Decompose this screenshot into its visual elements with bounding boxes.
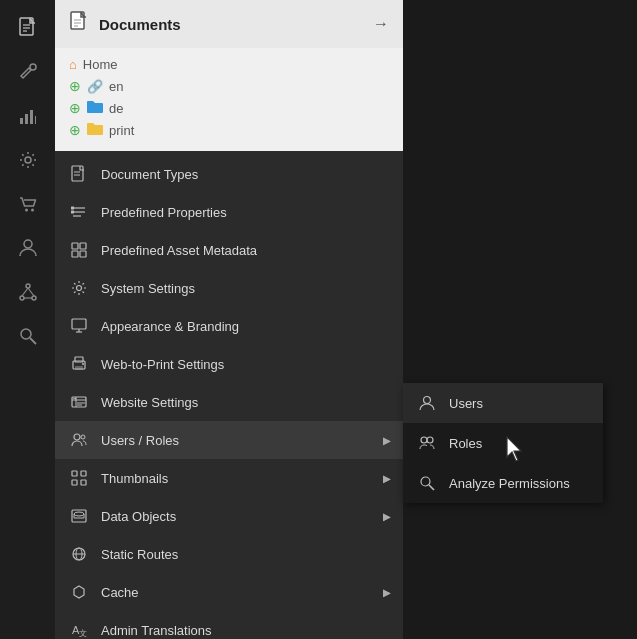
tree-label-print: print (109, 123, 134, 138)
sidebar (0, 0, 55, 639)
svg-rect-5 (20, 118, 23, 124)
sidebar-icon-tools[interactable] (8, 52, 48, 92)
submenu-analyze-permissions-icon (417, 473, 437, 493)
menu-item-admin-translations[interactable]: A 文 Admin Translations (55, 611, 403, 639)
thumbnails-icon (69, 468, 89, 488)
tree-label-en: en (109, 79, 123, 94)
tree-item-print[interactable]: ⊕ print (69, 119, 389, 141)
submenu-label-users: Users (449, 396, 483, 411)
svg-point-13 (26, 284, 30, 288)
svg-line-16 (22, 288, 28, 296)
submenu-item-roles[interactable]: Roles (403, 423, 603, 463)
menu-label-website-settings: Website Settings (101, 395, 198, 410)
svg-point-60 (74, 512, 84, 516)
svg-rect-34 (80, 243, 86, 249)
tree-item-home[interactable]: ⌂ Home (69, 54, 389, 75)
submenu-label-roles: Roles (449, 436, 482, 451)
menu-item-predefined-properties[interactable]: Predefined Properties (55, 193, 403, 231)
folder-icon-de (87, 100, 103, 116)
svg-point-53 (81, 435, 85, 439)
svg-rect-57 (81, 480, 86, 485)
menu-label-cache: Cache (101, 585, 139, 600)
link-icon-en: 🔗 (87, 79, 103, 94)
menu-item-website-settings[interactable]: Website Settings (55, 383, 403, 421)
svg-rect-54 (72, 471, 77, 476)
predefined-asset-metadata-icon (69, 240, 89, 260)
tree-item-de[interactable]: ⊕ de (69, 97, 389, 119)
svg-rect-6 (25, 114, 28, 124)
menu-item-thumbnails[interactable]: Thumbnails ▶ (55, 459, 403, 497)
svg-point-14 (20, 296, 24, 300)
svg-rect-55 (81, 471, 86, 476)
menu-label-web-to-print: Web-to-Print Settings (101, 357, 224, 372)
menu-label-system-settings: System Settings (101, 281, 195, 296)
submenu-item-users[interactable]: Users (403, 383, 603, 423)
submenu-roles-icon (417, 433, 437, 453)
submenu-arrow-cache: ▶ (383, 587, 391, 598)
users-roles-icon (69, 430, 89, 450)
sidebar-icon-documents[interactable] (8, 8, 48, 48)
docs-header-left: Documents (69, 11, 181, 38)
svg-point-9 (25, 157, 31, 163)
menu-label-data-objects: Data Objects (101, 509, 176, 524)
website-settings-icon (69, 392, 89, 412)
menu-item-document-types[interactable]: Document Types (55, 155, 403, 193)
docs-tree: ⌂ Home ⊕ 🔗 en ⊕ de ⊕ print (55, 48, 403, 151)
svg-rect-43 (75, 366, 83, 370)
sidebar-icon-analytics[interactable] (8, 96, 48, 136)
predefined-properties-icon (69, 202, 89, 222)
menu-item-data-objects[interactable]: Data Objects ▶ (55, 497, 403, 535)
submenu-arrow-users: ▶ (383, 435, 391, 446)
sidebar-icon-commerce[interactable] (8, 184, 48, 224)
appearance-branding-icon (69, 316, 89, 336)
svg-point-4 (30, 64, 36, 70)
menu-item-cache[interactable]: Cache ▶ (55, 573, 403, 611)
docs-arrow: → (373, 15, 389, 33)
svg-point-69 (424, 397, 431, 404)
svg-text:文: 文 (79, 629, 87, 638)
menu-label-predefined-asset-metadata: Predefined Asset Metadata (101, 243, 257, 258)
sidebar-icon-settings[interactable] (8, 140, 48, 180)
svg-point-37 (77, 286, 82, 291)
add-icon-print: ⊕ (69, 122, 81, 138)
menu-label-appearance-branding: Appearance & Branding (101, 319, 239, 334)
home-icon: ⌂ (69, 57, 77, 72)
svg-line-20 (30, 338, 36, 344)
main-menu: Documents → ⌂ Home ⊕ 🔗 en ⊕ de ⊕ (55, 0, 403, 639)
docs-header[interactable]: Documents → (55, 0, 403, 48)
svg-line-17 (28, 288, 34, 296)
menu-item-system-settings[interactable]: System Settings (55, 269, 403, 307)
svg-rect-32 (71, 211, 74, 214)
system-settings-icon (69, 278, 89, 298)
web-to-print-icon (69, 354, 89, 374)
svg-rect-35 (72, 251, 78, 257)
svg-rect-33 (72, 243, 78, 249)
submenu-users-roles: Users Roles Analyze Permissions (403, 383, 603, 503)
menu-item-appearance-branding[interactable]: Appearance & Branding (55, 307, 403, 345)
tree-item-en[interactable]: ⊕ 🔗 en (69, 75, 389, 97)
sidebar-icon-nodes[interactable] (8, 272, 48, 312)
svg-point-72 (421, 477, 430, 486)
menu-items: Document Types Predefined Properties (55, 151, 403, 639)
sidebar-icon-search[interactable] (8, 316, 48, 356)
menu-label-static-routes: Static Routes (101, 547, 178, 562)
document-types-icon (69, 164, 89, 184)
svg-point-10 (25, 209, 28, 212)
svg-point-44 (82, 363, 84, 365)
submenu-users-icon (417, 393, 437, 413)
submenu-arrow-thumbnails: ▶ (383, 473, 391, 484)
menu-item-static-routes[interactable]: Static Routes (55, 535, 403, 573)
sidebar-icon-users[interactable] (8, 228, 48, 268)
svg-point-70 (421, 437, 427, 443)
svg-rect-25 (72, 166, 83, 181)
tree-label-de: de (109, 101, 123, 116)
submenu-item-analyze-permissions[interactable]: Analyze Permissions (403, 463, 603, 503)
svg-rect-31 (71, 207, 74, 210)
menu-item-predefined-asset-metadata[interactable]: Predefined Asset Metadata (55, 231, 403, 269)
svg-point-52 (74, 434, 80, 440)
menu-item-web-to-print[interactable]: Web-to-Print Settings (55, 345, 403, 383)
menu-item-users-roles[interactable]: Users / Roles ▶ (55, 421, 403, 459)
add-icon-en: ⊕ (69, 78, 81, 94)
menu-label-users-roles: Users / Roles (101, 433, 179, 448)
svg-rect-56 (72, 480, 77, 485)
